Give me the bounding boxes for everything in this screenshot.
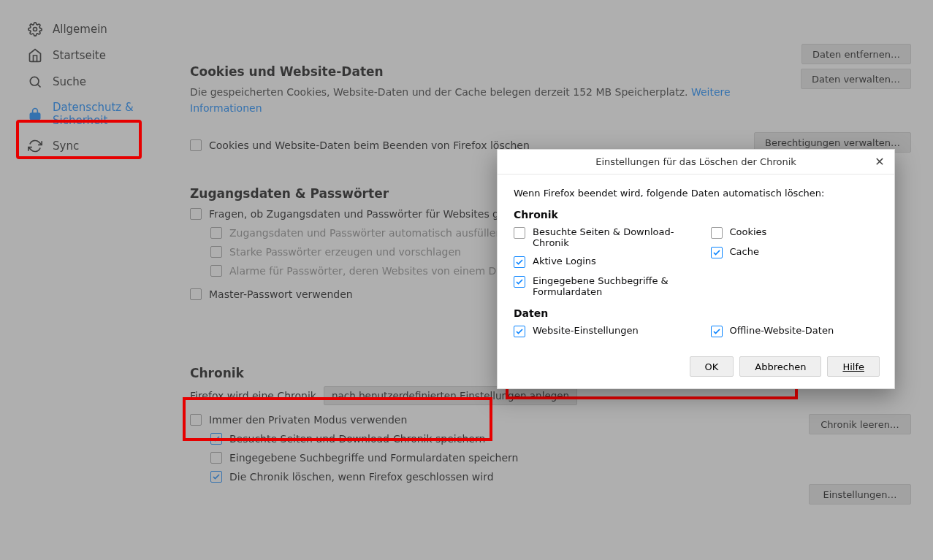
dialog-clear-history-settings: Einstellungen für das Löschen der Chroni… — [497, 149, 895, 389]
sidebar-label: Sync — [53, 139, 79, 153]
svg-point-1 — [30, 77, 39, 85]
sidebar-item-search[interactable]: Suche — [0, 69, 161, 95]
lock-icon — [28, 107, 42, 121]
opt-visited-downloads[interactable]: Besuchte Seiten & Download-Chronik — [514, 226, 682, 248]
opt-private-mode[interactable]: Immer den Privaten Modus verwenden — [190, 414, 797, 426]
btn-clear-data[interactable]: Daten entfernen… — [801, 44, 911, 64]
sync-icon — [28, 139, 42, 153]
opt-site-settings[interactable]: Website-Einstellungen — [514, 325, 682, 337]
sidebar-label: Suche — [53, 75, 86, 88]
sidebar-item-sync[interactable]: Sync — [0, 133, 161, 159]
opt-form-data[interactable]: Eingegebene Suchbegriffe & Formulardaten — [514, 275, 682, 297]
checkbox-checked[interactable] — [514, 256, 525, 268]
svg-point-0 — [34, 28, 37, 31]
section-cookies-heading: Cookies und Website-Daten — [190, 64, 789, 79]
chronik-label: Firefox wird eine Chronik — [190, 390, 316, 402]
opt-clear-on-close[interactable]: Die Chronik löschen, wenn Firefox geschl… — [210, 471, 797, 483]
checkbox-checked[interactable] — [711, 326, 723, 337]
checkbox[interactable] — [711, 227, 723, 239]
btn-history-settings[interactable]: Einstellungen… — [809, 484, 911, 505]
chronik-mode-select[interactable]: nach benutzerdefinierten Einstellungen a… — [324, 386, 577, 405]
btn-help[interactable]: Hilfe — [827, 356, 880, 377]
sidebar-label: Allgemein — [53, 23, 107, 36]
checkbox[interactable] — [210, 246, 222, 258]
checkbox[interactable] — [190, 208, 202, 220]
checkbox-checked[interactable] — [210, 471, 222, 483]
svg-rect-3 — [30, 113, 39, 119]
opt-cookies[interactable]: Cookies — [711, 226, 879, 239]
sidebar-label: Datenschutz & Sicherheit — [53, 101, 161, 127]
svg-line-2 — [38, 85, 41, 88]
dialog-intro: Wenn Firefox beendet wird, folgende Date… — [514, 188, 878, 199]
dialog-subhead-chronik: Chronik — [514, 209, 878, 220]
sidebar-item-home[interactable]: Startseite — [0, 42, 161, 69]
checkbox[interactable] — [210, 227, 222, 239]
opt-offline-data[interactable]: Offline-Website-Daten — [711, 325, 879, 337]
opt-cache[interactable]: Cache — [711, 246, 879, 258]
checkbox-checked[interactable] — [514, 276, 525, 288]
checkbox[interactable] — [190, 414, 202, 426]
btn-manage-data[interactable]: Daten verwalten… — [801, 69, 911, 89]
sidebar: Allgemein Startseite Suche Datenschutz &… — [0, 0, 161, 560]
opt-active-logins[interactable]: Aktive Logins — [514, 256, 682, 268]
checkbox[interactable] — [210, 452, 222, 464]
dialog-titlebar: Einstellungen für das Löschen der Chroni… — [498, 150, 894, 174]
btn-clear-history[interactable]: Chronik leeren… — [809, 414, 911, 434]
checkbox[interactable] — [514, 227, 525, 239]
checkbox-checked[interactable] — [514, 326, 525, 337]
btn-ok[interactable]: OK — [690, 356, 734, 377]
checkbox[interactable] — [190, 139, 202, 151]
close-icon[interactable]: ✕ — [872, 154, 887, 169]
sidebar-label: Startseite — [53, 49, 106, 62]
checkbox[interactable] — [210, 265, 222, 277]
checkbox-checked[interactable] — [210, 433, 222, 445]
search-icon — [28, 74, 42, 89]
checkbox-checked[interactable] — [711, 247, 723, 258]
dialog-subhead-daten: Daten — [514, 307, 878, 319]
home-icon — [28, 48, 42, 63]
opt-remember-history[interactable]: Besuchte Seiten und Download-Chronik spe… — [210, 433, 797, 445]
cookies-desc: Die gespeicherten Cookies, Website-Daten… — [190, 85, 789, 116]
checkbox[interactable] — [190, 288, 202, 300]
sidebar-item-privacy[interactable]: Datenschutz & Sicherheit — [0, 95, 161, 133]
sidebar-item-general[interactable]: Allgemein — [0, 16, 161, 42]
gear-icon — [28, 22, 42, 37]
dialog-title: Einstellungen für das Löschen der Chroni… — [595, 156, 796, 167]
btn-cancel[interactable]: Abbrechen — [739, 356, 821, 377]
opt-remember-forms[interactable]: Eingegebene Suchbegriffe und Formulardat… — [210, 452, 797, 464]
